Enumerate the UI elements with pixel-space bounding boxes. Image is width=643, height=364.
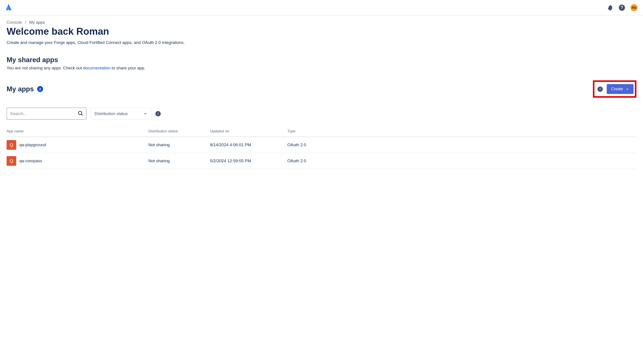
documentation-link[interactable]: documentation (83, 66, 111, 70)
chevron-down-icon (626, 88, 629, 91)
myapps-title: My apps (7, 85, 34, 93)
notifications-icon[interactable] (607, 4, 613, 11)
table-row[interactable]: Q qa-compass Not sharing 5/2/2024 12:59:… (7, 153, 636, 169)
app-name: qa-compass (19, 158, 42, 163)
apps-table: App name Distribution status Updated on … (7, 127, 636, 169)
chevron-down-icon (143, 112, 147, 116)
help-icon[interactable]: ? (619, 4, 625, 11)
create-highlight: i Create (593, 80, 636, 98)
top-nav: ? RN (0, 0, 643, 16)
search-box (7, 108, 86, 120)
page-title: Welcome back Roman (7, 26, 636, 37)
col-header-updated[interactable]: Updated on (210, 129, 287, 134)
app-icon: Q (7, 140, 16, 150)
table-header: App name Distribution status Updated on … (7, 127, 636, 137)
search-icon[interactable] (78, 110, 83, 117)
distribution-status-dropdown[interactable]: Distribution status (90, 108, 151, 120)
atlassian-logo[interactable] (6, 4, 12, 12)
myapps-left: My apps 2 (7, 85, 43, 93)
app-updated: 8/14/2024 4:06:01 PM (210, 142, 287, 147)
info-icon[interactable]: i (597, 86, 603, 92)
search-input[interactable] (7, 108, 86, 120)
col-header-name[interactable]: App name (7, 129, 148, 134)
breadcrumb-console[interactable]: Console (7, 20, 22, 25)
app-dist: Not sharing (148, 142, 210, 147)
shared-desc-before: You are not sharing any apps. Check out (7, 66, 83, 70)
col-header-type[interactable]: Type (287, 129, 636, 134)
app-dist: Not sharing (148, 158, 210, 163)
dropdown-label: Distribution status (95, 111, 128, 116)
app-updated: 5/2/2024 12:59:05 PM (210, 158, 287, 163)
create-button[interactable]: Create (607, 84, 633, 94)
breadcrumb-myapps[interactable]: My apps (29, 20, 45, 25)
breadcrumb: Console / My apps (7, 20, 636, 25)
shared-apps-title: My shared apps (7, 56, 636, 64)
col-header-dist[interactable]: Distribution status (148, 129, 210, 134)
shared-apps-desc: You are not sharing any apps. Check out … (7, 66, 636, 70)
table-row[interactable]: Q qa-playground Not sharing 8/14/2024 4:… (7, 137, 636, 153)
svg-point-0 (79, 111, 82, 114)
app-name: qa-playground (19, 142, 46, 147)
myapps-right: i Create (593, 80, 636, 98)
filters: Distribution status i (7, 108, 636, 120)
filter-info-icon[interactable]: i (155, 111, 161, 116)
app-type: OAuth 2.0 (287, 158, 636, 163)
myapps-header: My apps 2 i Create (7, 80, 636, 98)
app-count-badge: 2 (37, 86, 43, 92)
shared-desc-after: to share your app. (111, 66, 145, 70)
app-icon: Q (7, 156, 16, 166)
nav-right: ? RN (607, 4, 637, 11)
create-label: Create (611, 87, 623, 91)
breadcrumb-sep: / (25, 20, 26, 25)
svg-line-1 (81, 114, 83, 115)
content: Console / My apps Welcome back Roman Cre… (0, 16, 643, 174)
app-type: OAuth 2.0 (287, 142, 636, 147)
avatar[interactable]: RN (630, 4, 637, 11)
page-subtitle: Create and manage your Forge apps, Cloud… (7, 40, 636, 45)
